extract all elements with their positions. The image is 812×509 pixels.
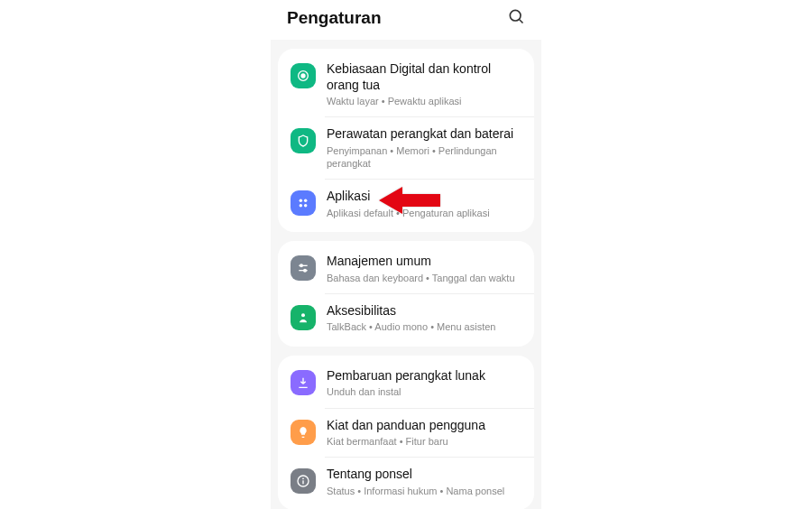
item-device-care[interactable]: Perawatan perangkat dan baterai Penyimpa… — [278, 117, 534, 179]
item-subtitle: Waktu layar • Pewaktu aplikasi — [327, 95, 521, 107]
page-title: Pengaturan — [287, 8, 382, 28]
item-title: Tentang ponsel — [327, 467, 521, 483]
svg-point-10 — [300, 264, 303, 267]
item-title: Kebiasaan Digital dan kontrol orang tua — [327, 61, 521, 93]
header: Pengaturan — [271, 0, 541, 40]
settings-group-2: Manajemen umum Bahasa dan keyboard • Tan… — [278, 241, 534, 347]
item-digital-wellbeing[interactable]: Kebiasaan Digital dan kontrol orang tua … — [278, 52, 534, 116]
item-title: Aksesibilitas — [327, 303, 521, 319]
care-icon — [291, 128, 316, 153]
item-apps[interactable]: Aplikasi Aplikasi default • Pengaturan a… — [278, 180, 534, 228]
target-icon — [291, 63, 316, 88]
item-tips[interactable]: Kiat dan panduan pengguna Kiat bermanfaa… — [278, 409, 534, 458]
svg-point-12 — [301, 313, 305, 317]
item-title: Pembaruan perangkat lunak — [327, 368, 521, 384]
svg-point-5 — [304, 199, 307, 202]
item-subtitle: Kiat bermanfaat • Fitur baru — [327, 435, 521, 448]
item-subtitle: Aplikasi default • Pengaturan aplikasi — [327, 207, 521, 219]
svg-rect-14 — [302, 481, 303, 485]
person-icon — [291, 305, 316, 330]
settings-group-1: Kebiasaan Digital dan kontrol orang tua … — [278, 49, 534, 232]
item-accessibility[interactable]: Aksesibilitas TalkBack • Audio mono • Me… — [278, 294, 534, 343]
svg-point-0 — [510, 10, 521, 21]
sliders-icon — [291, 255, 316, 281]
item-general-management[interactable]: Manajemen umum Bahasa dan keyboard • Tan… — [278, 245, 534, 293]
settings-screen: Pengaturan Kebiasaan Digital dan kontrol… — [271, 0, 541, 509]
item-subtitle: Penyimpanan • Memori • Perlindungan pera… — [327, 144, 521, 171]
item-subtitle: TalkBack • Audio mono • Menu asisten — [327, 320, 521, 333]
svg-point-3 — [301, 74, 305, 78]
svg-point-15 — [302, 478, 304, 480]
item-software-update[interactable]: Pembaruan perangkat lunak Unduh dan inst… — [278, 359, 534, 408]
search-icon[interactable] — [507, 7, 525, 29]
item-about-phone[interactable]: Tentang ponsel Status • Informasi hukum … — [278, 458, 534, 506]
apps-icon — [291, 190, 316, 216]
svg-line-1 — [520, 20, 523, 23]
svg-point-11 — [304, 270, 307, 273]
svg-point-7 — [304, 204, 307, 207]
svg-point-4 — [300, 199, 302, 202]
item-title: Kiat dan panduan pengguna — [327, 418, 521, 434]
item-title: Aplikasi — [327, 189, 521, 205]
bulb-icon — [291, 420, 316, 445]
item-subtitle: Bahasa dan keyboard • Tanggal dan waktu — [327, 272, 521, 284]
item-title: Manajemen umum — [327, 254, 521, 270]
settings-group-3: Pembaruan perangkat lunak Unduh dan inst… — [278, 356, 534, 509]
item-title: Perawatan perangkat dan baterai — [327, 126, 521, 143]
svg-point-6 — [300, 204, 302, 207]
item-subtitle: Status • Informasi hukum • Nama ponsel — [327, 485, 521, 497]
download-icon — [291, 370, 316, 395]
info-icon — [291, 468, 316, 494]
item-subtitle: Unduh dan instal — [327, 385, 521, 398]
